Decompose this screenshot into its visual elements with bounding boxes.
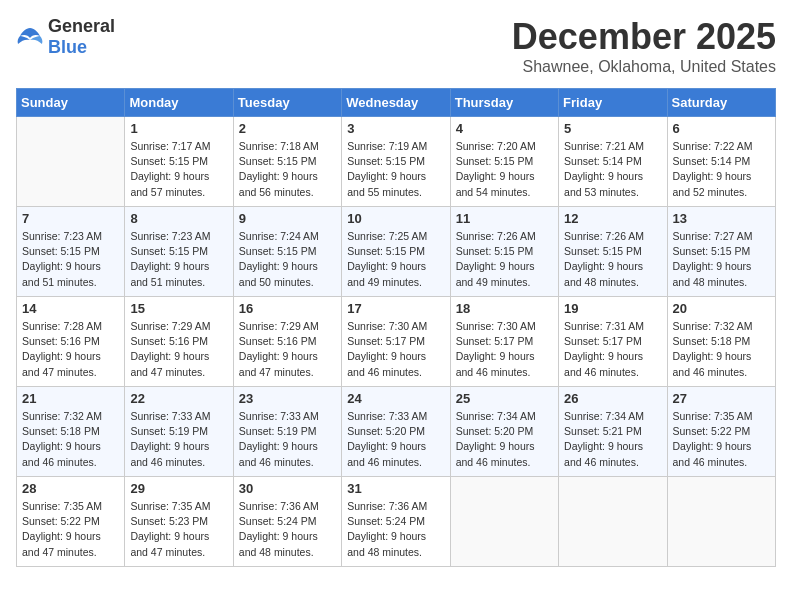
calendar-cell: 2Sunrise: 7:18 AMSunset: 5:15 PMDaylight… [233,117,341,207]
sun-info: Sunrise: 7:33 AMSunset: 5:19 PMDaylight:… [239,409,336,470]
location-title: Shawnee, Oklahoma, United States [512,58,776,76]
weekday-header-tuesday: Tuesday [233,89,341,117]
sun-info: Sunrise: 7:33 AMSunset: 5:19 PMDaylight:… [130,409,227,470]
sun-info: Sunrise: 7:17 AMSunset: 5:15 PMDaylight:… [130,139,227,200]
day-number: 15 [130,301,227,316]
sun-info: Sunrise: 7:30 AMSunset: 5:17 PMDaylight:… [456,319,553,380]
calendar-week-row: 21Sunrise: 7:32 AMSunset: 5:18 PMDayligh… [17,387,776,477]
logo-blue: Blue [48,37,87,57]
day-number: 20 [673,301,770,316]
sun-info: Sunrise: 7:30 AMSunset: 5:17 PMDaylight:… [347,319,444,380]
weekday-header-wednesday: Wednesday [342,89,450,117]
day-number: 9 [239,211,336,226]
calendar-cell: 20Sunrise: 7:32 AMSunset: 5:18 PMDayligh… [667,297,775,387]
sun-info: Sunrise: 7:36 AMSunset: 5:24 PMDaylight:… [347,499,444,560]
sun-info: Sunrise: 7:32 AMSunset: 5:18 PMDaylight:… [673,319,770,380]
day-number: 31 [347,481,444,496]
calendar-cell: 30Sunrise: 7:36 AMSunset: 5:24 PMDayligh… [233,477,341,567]
day-number: 1 [130,121,227,136]
day-number: 23 [239,391,336,406]
calendar-cell: 4Sunrise: 7:20 AMSunset: 5:15 PMDaylight… [450,117,558,207]
calendar-cell: 1Sunrise: 7:17 AMSunset: 5:15 PMDaylight… [125,117,233,207]
day-number: 4 [456,121,553,136]
logo-bird-icon [16,26,44,48]
logo-general: General [48,16,115,36]
sun-info: Sunrise: 7:19 AMSunset: 5:15 PMDaylight:… [347,139,444,200]
sun-info: Sunrise: 7:26 AMSunset: 5:15 PMDaylight:… [564,229,661,290]
sun-info: Sunrise: 7:21 AMSunset: 5:14 PMDaylight:… [564,139,661,200]
day-number: 16 [239,301,336,316]
calendar-cell: 14Sunrise: 7:28 AMSunset: 5:16 PMDayligh… [17,297,125,387]
title-area: December 2025 Shawnee, Oklahoma, United … [512,16,776,76]
weekday-header-monday: Monday [125,89,233,117]
sun-info: Sunrise: 7:36 AMSunset: 5:24 PMDaylight:… [239,499,336,560]
day-number: 5 [564,121,661,136]
logo: General Blue [16,16,115,58]
day-number: 19 [564,301,661,316]
calendar-cell: 12Sunrise: 7:26 AMSunset: 5:15 PMDayligh… [559,207,667,297]
sun-info: Sunrise: 7:22 AMSunset: 5:14 PMDaylight:… [673,139,770,200]
sun-info: Sunrise: 7:24 AMSunset: 5:15 PMDaylight:… [239,229,336,290]
calendar-cell [17,117,125,207]
day-number: 18 [456,301,553,316]
weekday-header-sunday: Sunday [17,89,125,117]
calendar-cell: 21Sunrise: 7:32 AMSunset: 5:18 PMDayligh… [17,387,125,477]
calendar-cell: 23Sunrise: 7:33 AMSunset: 5:19 PMDayligh… [233,387,341,477]
day-number: 21 [22,391,119,406]
sun-info: Sunrise: 7:18 AMSunset: 5:15 PMDaylight:… [239,139,336,200]
sun-info: Sunrise: 7:32 AMSunset: 5:18 PMDaylight:… [22,409,119,470]
weekday-header-thursday: Thursday [450,89,558,117]
day-number: 26 [564,391,661,406]
calendar-cell: 7Sunrise: 7:23 AMSunset: 5:15 PMDaylight… [17,207,125,297]
day-number: 8 [130,211,227,226]
sun-info: Sunrise: 7:26 AMSunset: 5:15 PMDaylight:… [456,229,553,290]
calendar-cell: 29Sunrise: 7:35 AMSunset: 5:23 PMDayligh… [125,477,233,567]
calendar-cell: 8Sunrise: 7:23 AMSunset: 5:15 PMDaylight… [125,207,233,297]
calendar-table: SundayMondayTuesdayWednesdayThursdayFrid… [16,88,776,567]
calendar-cell [450,477,558,567]
day-number: 6 [673,121,770,136]
calendar-cell: 13Sunrise: 7:27 AMSunset: 5:15 PMDayligh… [667,207,775,297]
day-number: 28 [22,481,119,496]
calendar-cell: 11Sunrise: 7:26 AMSunset: 5:15 PMDayligh… [450,207,558,297]
weekday-header-friday: Friday [559,89,667,117]
day-number: 3 [347,121,444,136]
calendar-week-row: 1Sunrise: 7:17 AMSunset: 5:15 PMDaylight… [17,117,776,207]
calendar-cell: 24Sunrise: 7:33 AMSunset: 5:20 PMDayligh… [342,387,450,477]
sun-info: Sunrise: 7:27 AMSunset: 5:15 PMDaylight:… [673,229,770,290]
calendar-cell: 25Sunrise: 7:34 AMSunset: 5:20 PMDayligh… [450,387,558,477]
sun-info: Sunrise: 7:35 AMSunset: 5:22 PMDaylight:… [673,409,770,470]
sun-info: Sunrise: 7:35 AMSunset: 5:22 PMDaylight:… [22,499,119,560]
calendar-week-row: 14Sunrise: 7:28 AMSunset: 5:16 PMDayligh… [17,297,776,387]
day-number: 14 [22,301,119,316]
day-number: 22 [130,391,227,406]
calendar-cell: 3Sunrise: 7:19 AMSunset: 5:15 PMDaylight… [342,117,450,207]
calendar-cell: 26Sunrise: 7:34 AMSunset: 5:21 PMDayligh… [559,387,667,477]
calendar-cell: 6Sunrise: 7:22 AMSunset: 5:14 PMDaylight… [667,117,775,207]
sun-info: Sunrise: 7:23 AMSunset: 5:15 PMDaylight:… [130,229,227,290]
day-number: 12 [564,211,661,226]
day-number: 24 [347,391,444,406]
day-number: 17 [347,301,444,316]
sun-info: Sunrise: 7:35 AMSunset: 5:23 PMDaylight:… [130,499,227,560]
calendar-cell [667,477,775,567]
sun-info: Sunrise: 7:28 AMSunset: 5:16 PMDaylight:… [22,319,119,380]
calendar-cell: 19Sunrise: 7:31 AMSunset: 5:17 PMDayligh… [559,297,667,387]
sun-info: Sunrise: 7:20 AMSunset: 5:15 PMDaylight:… [456,139,553,200]
logo-text: General Blue [48,16,115,58]
sun-info: Sunrise: 7:33 AMSunset: 5:20 PMDaylight:… [347,409,444,470]
header: General Blue December 2025 Shawnee, Okla… [16,16,776,76]
calendar-cell: 17Sunrise: 7:30 AMSunset: 5:17 PMDayligh… [342,297,450,387]
weekday-header-row: SundayMondayTuesdayWednesdayThursdayFrid… [17,89,776,117]
calendar-cell: 27Sunrise: 7:35 AMSunset: 5:22 PMDayligh… [667,387,775,477]
sun-info: Sunrise: 7:34 AMSunset: 5:20 PMDaylight:… [456,409,553,470]
calendar-cell: 9Sunrise: 7:24 AMSunset: 5:15 PMDaylight… [233,207,341,297]
weekday-header-saturday: Saturday [667,89,775,117]
calendar-cell: 15Sunrise: 7:29 AMSunset: 5:16 PMDayligh… [125,297,233,387]
day-number: 2 [239,121,336,136]
calendar-cell: 10Sunrise: 7:25 AMSunset: 5:15 PMDayligh… [342,207,450,297]
day-number: 11 [456,211,553,226]
calendar-cell: 22Sunrise: 7:33 AMSunset: 5:19 PMDayligh… [125,387,233,477]
calendar-cell: 31Sunrise: 7:36 AMSunset: 5:24 PMDayligh… [342,477,450,567]
day-number: 7 [22,211,119,226]
